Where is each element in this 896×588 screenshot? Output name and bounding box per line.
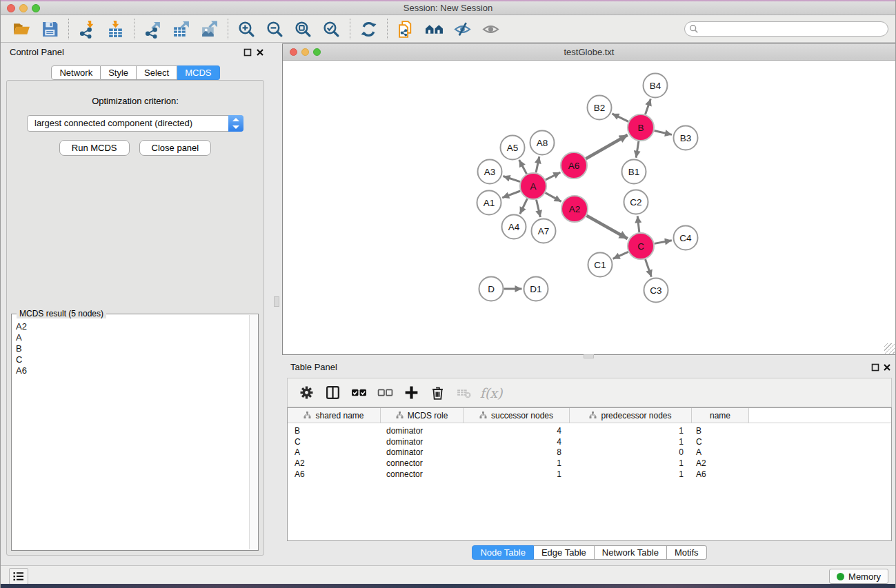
mcds-result-item[interactable]: A — [16, 332, 248, 343]
graph-node-A1[interactable]: A1 — [477, 191, 501, 215]
graph-edge-A-A7[interactable] — [536, 199, 540, 217]
float-table-panel-icon[interactable] — [871, 363, 879, 372]
graph-edge-A6-B[interactable] — [586, 135, 627, 159]
window-resize-grip[interactable] — [884, 343, 895, 354]
mcds-result-item[interactable]: A2 — [16, 321, 248, 332]
tab-select[interactable]: Select — [137, 65, 177, 80]
graph-node-C[interactable]: C — [628, 233, 654, 259]
dropdown-stepper-icon[interactable] — [228, 115, 243, 132]
column-layout-button[interactable] — [321, 381, 344, 405]
graph-node-B1[interactable]: B1 — [622, 160, 646, 184]
table-settings-button[interactable] — [295, 381, 318, 405]
tab-mcds[interactable]: MCDS — [177, 65, 219, 80]
export-image-button[interactable] — [195, 17, 223, 41]
table-row-A6[interactable]: A6connector11A6 — [288, 469, 891, 480]
graph-node-C4[interactable]: C4 — [674, 226, 698, 250]
column-header-shared-name[interactable]: shared name — [288, 408, 381, 423]
import-network-button[interactable] — [73, 17, 101, 41]
graph-node-B2[interactable]: B2 — [588, 96, 612, 120]
run-mcds-button[interactable]: Run MCDS — [59, 140, 130, 156]
first-neighbors-button[interactable] — [420, 17, 448, 41]
column-header-name[interactable]: name — [692, 408, 749, 423]
zoom-in-button[interactable] — [232, 17, 261, 41]
graph-edge-A-A6[interactable] — [546, 172, 561, 180]
mcds-result-list[interactable]: A2ABCA6 — [13, 318, 248, 549]
clone-network-button[interactable] — [392, 17, 420, 41]
float-panel-icon[interactable] — [243, 48, 252, 57]
column-header-MCDS-role[interactable]: MCDS role — [381, 408, 464, 423]
network-canvas[interactable]: AA1A3A4A5A7A8A6A2BB1B2B3B4CC1C2C3C4DD1 — [283, 61, 895, 354]
network-graph[interactable]: AA1A3A4A5A7A8A6A2BB1B2B3B4CC1C2C3C4DD1 — [283, 61, 895, 355]
graph-node-A4[interactable]: A4 — [502, 215, 526, 239]
zoom-fit-button[interactable] — [289, 17, 317, 41]
graph-node-A3[interactable]: A3 — [478, 160, 502, 184]
graph-node-D1[interactable]: D1 — [524, 277, 548, 301]
mcds-result-item[interactable]: C — [16, 354, 248, 365]
graph-edge-C-C4[interactable] — [655, 241, 672, 244]
vertical-splitter-handle[interactable] — [274, 296, 279, 307]
delete-table-button[interactable] — [452, 381, 475, 405]
graph-node-C2[interactable]: C2 — [624, 190, 648, 214]
graph-edge-A-A5[interactable] — [519, 160, 527, 174]
close-panel-icon[interactable] — [256, 48, 264, 57]
tab-motifs[interactable]: Motifs — [667, 545, 707, 560]
graph-node-A7[interactable]: A7 — [532, 219, 556, 243]
deselect-all-columns-button[interactable] — [373, 381, 397, 405]
column-header-predecessor-nodes[interactable]: predecessor nodes — [570, 408, 692, 423]
tab-network-table[interactable]: Network Table — [595, 545, 667, 560]
graph-node-B3[interactable]: B3 — [674, 126, 698, 150]
memory-button[interactable]: Memory — [829, 569, 888, 584]
column-header-successor-nodes[interactable]: successor nodes — [464, 408, 570, 423]
graph-edge-A-A4[interactable] — [520, 199, 528, 214]
tab-network[interactable]: Network — [51, 65, 101, 80]
search-input[interactable] — [699, 23, 888, 35]
graph-edge-A2-C[interactable] — [586, 216, 627, 239]
hide-selected-button[interactable] — [448, 17, 477, 41]
network-search-field[interactable] — [684, 21, 888, 37]
close-panel-button[interactable]: Close panel — [139, 140, 212, 156]
mcds-result-item[interactable]: B — [16, 343, 248, 354]
table-row-A[interactable]: Adominator80A — [288, 447, 891, 458]
result-list-scrollbar[interactable] — [249, 315, 257, 549]
refresh-layout-button[interactable] — [355, 17, 383, 41]
graph-edge-C-C2[interactable] — [637, 216, 639, 232]
table-row-A2[interactable]: A2connector11A2 — [288, 458, 891, 469]
show-hidden-button[interactable] — [477, 17, 505, 41]
graph-node-B4[interactable]: B4 — [644, 74, 668, 98]
graph-node-C1[interactable]: C1 — [588, 253, 613, 277]
zoom-selected-button[interactable] — [317, 17, 346, 41]
table-row-B[interactable]: Bdominator41B — [288, 425, 891, 436]
optimization-criterion-dropdown[interactable]: largest connected component (directed) — [27, 115, 243, 132]
graph-node-A6[interactable]: A6 — [561, 152, 587, 179]
tab-style[interactable]: Style — [101, 65, 137, 80]
graph-edge-A-A3[interactable] — [503, 176, 520, 181]
graph-edge-A-A2[interactable] — [546, 193, 561, 202]
graph-edge-A-A1[interactable] — [502, 191, 520, 198]
export-network-button[interactable] — [139, 17, 167, 41]
graph-node-A2[interactable]: A2 — [561, 196, 588, 222]
import-table-button[interactable] — [101, 17, 130, 41]
tab-edge-table[interactable]: Edge Table — [534, 545, 595, 560]
graph-edge-C-C3[interactable] — [646, 259, 652, 277]
tab-node-table[interactable]: Node Table — [472, 545, 534, 560]
graph-node-A[interactable]: A — [520, 173, 546, 199]
task-history-button[interactable] — [9, 568, 28, 585]
open-file-button[interactable] — [8, 17, 36, 41]
graph-node-B[interactable]: B — [628, 114, 654, 141]
graph-edge-B-B3[interactable] — [654, 130, 672, 134]
graph-node-C3[interactable]: C3 — [644, 278, 668, 303]
table-row-C[interactable]: Cdominator41C — [288, 436, 891, 447]
select-all-columns-button[interactable] — [347, 381, 370, 405]
save-session-button[interactable] — [36, 17, 64, 41]
graph-edge-C-C1[interactable] — [613, 252, 628, 258]
mcds-result-item[interactable]: A6 — [16, 365, 248, 376]
add-column-button[interactable] — [399, 381, 423, 405]
graph-edge-B-B4[interactable] — [646, 99, 651, 114]
graph-node-A5[interactable]: A5 — [501, 136, 525, 160]
graph-edge-B-B2[interactable] — [612, 114, 628, 121]
function-builder-button[interactable]: f(x) — [478, 381, 501, 405]
graph-edge-A-A8[interactable] — [536, 156, 539, 172]
graph-edge-B-B1[interactable] — [636, 141, 639, 158]
graph-node-A8[interactable]: A8 — [530, 131, 555, 155]
graph-node-D[interactable]: D — [479, 277, 504, 301]
